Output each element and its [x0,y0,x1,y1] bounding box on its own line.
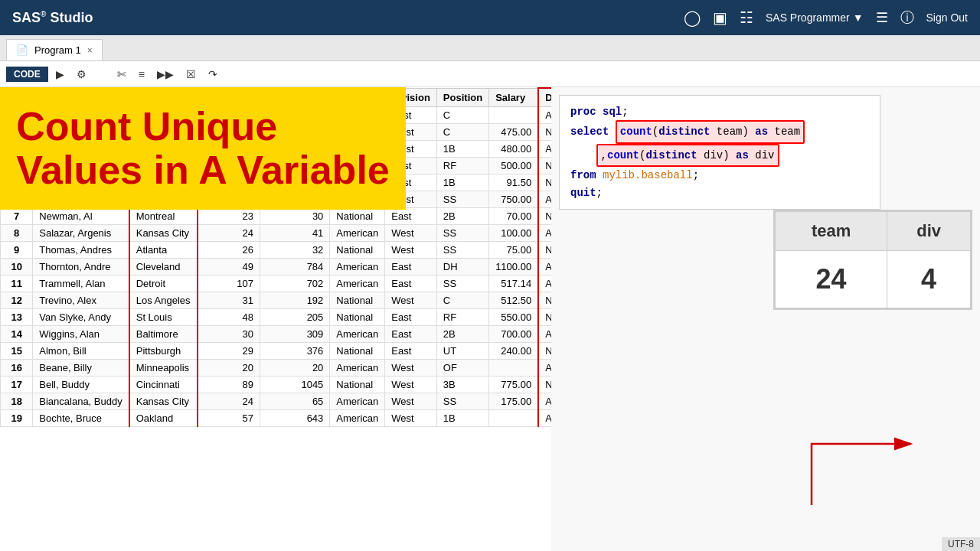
div-cell: NW [538,377,551,393]
header-right: ◯ ▣ ☷ SAS Programmer ▼ ☰ ⓘ Sign Out [684,8,968,27]
data-cell: National [330,292,385,309]
div-cell: AE [538,259,551,276]
data-cell: East [385,276,437,292]
results-data-row: 24 4 [776,251,971,308]
num-cell: 29 [198,343,260,360]
help-icon[interactable]: ⓘ [900,8,914,27]
div-cell: NE [538,309,551,326]
team-cell: Los Angeles [129,292,198,309]
div-cell: AW [538,141,551,158]
tab-bar: 📄 Program 1 × [0,35,980,61]
sql-code-box: proc sql; select count(distinct team) as… [559,95,880,210]
name-cell: Almon, Bill [33,343,129,360]
div-cell: AE [538,276,551,292]
cut-icon[interactable]: ✄ [113,65,131,83]
sas-programmer-menu[interactable]: SAS Programmer ▼ [766,11,864,24]
name-cell: Newman, Al [33,208,129,225]
num-cell: 48 [198,309,260,326]
data-cell: East [385,326,437,343]
name-cell: Biancalana, Buddy [33,393,129,410]
table-row: 7Newman, AlMontreal2330NationalEast2B70.… [1,208,552,225]
data-cell: American [330,259,385,276]
obs-cell: 8 [1,225,33,242]
num-cell: 107 [198,276,260,292]
div-cell: AW [538,225,551,242]
num-cell: 30 [198,326,260,343]
data-cell: OF [436,360,488,377]
data-cell: West [385,292,437,309]
name-cell: Bell, Buddy [33,377,129,393]
div-result-value: 4 [887,251,971,308]
settings-icon[interactable]: ⚙ [72,65,91,83]
team-cell: Baltimore [129,326,198,343]
team-cell: Cincinnati [129,377,198,393]
data-cell: National [330,242,385,259]
data-cell: C [436,292,488,309]
overlay-line2: Values in A Variable [16,148,390,192]
program-tab[interactable]: 📄 Program 1 × [6,39,103,60]
num-cell: 309 [260,326,329,343]
code-button[interactable]: CODE [6,67,48,82]
wrap-icon[interactable]: ↷ [204,65,222,83]
data-cell: National [330,309,385,326]
data-cell: 2B [436,208,488,225]
data-cell: 1B [436,410,488,427]
data-cell: West [385,242,437,259]
name-cell: Salazar, Argenis [33,225,129,242]
div-cell: NE [538,174,551,191]
table-row: 16Beane, BillyMinneapolis2020AmericanWes… [1,360,552,377]
programmer-label: SAS Programmer [766,11,850,24]
format-icon[interactable]: ≡ [134,65,149,83]
div-cell: AE [538,107,551,124]
overlay-title: Count Unique Values in A Variable [1,97,405,200]
salary-cell: 100.00 [489,225,539,242]
salary-cell: 75.00 [489,242,539,259]
clear-icon[interactable]: ☒ [181,65,201,83]
data-cell: National [330,377,385,393]
status-bar: UTF-8 [942,537,980,551]
team-cell: Kansas City [129,393,198,410]
salary-cell: 480.00 [489,141,539,158]
table-row: 9Thomas, AndresAtlanta2632NationalWestSS… [1,242,552,259]
team-cell: Kansas City [129,225,198,242]
data-cell: 2B [436,326,488,343]
name-cell: Beane, Billy [33,360,129,377]
data-cell: 3B [436,377,488,393]
data-cell: RF [436,158,488,174]
person-icon[interactable]: ◯ [684,8,701,27]
obs-cell: 9 [1,242,33,259]
data-cell: National [330,208,385,225]
salary-cell: 1100.00 [489,259,539,276]
data-cell: West [385,225,437,242]
data-cell: East [385,259,437,276]
submit-icon[interactable]: ▶▶ [152,65,178,83]
num-cell: 49 [198,259,260,276]
sign-out-button[interactable]: Sign Out [926,11,968,24]
main-content: Obs Name Team runs_1986 runs_career Leag… [0,87,980,551]
div-cell: NE [538,208,551,225]
name-cell: Wiggins, Alan [33,326,129,343]
position-header: Position [436,88,488,107]
num-cell: 205 [260,309,329,326]
num-cell: 30 [260,208,329,225]
run-icon[interactable]: ▶ [51,65,69,83]
obs-cell: 13 [1,309,33,326]
grid-icon[interactable]: ☷ [740,8,753,27]
salary-cell: 70.00 [489,208,539,225]
server-icon[interactable]: ▣ [713,8,727,27]
sql-line2: select count(distinct team) as team [570,120,869,143]
data-cell: East [385,208,437,225]
tab-close-button[interactable]: × [87,45,93,56]
menu-icon[interactable]: ☰ [876,9,888,26]
div-cell: AW [538,360,551,377]
salary-cell: 240.00 [489,343,539,360]
num-cell: 32 [260,242,329,259]
data-cell: C [436,107,488,124]
sql-line3: ,count(distinct div) as div [570,144,869,167]
data-cell: UT [436,343,488,360]
team-result-header: team [776,212,887,251]
table-row: 11Trammell, AlanDetroit107702AmericanEas… [1,276,552,292]
table-row: 10Thornton, AndreCleveland49784AmericanE… [1,259,552,276]
team-cell: Pittsburgh [129,343,198,360]
sql-line5: quit; [570,184,869,201]
